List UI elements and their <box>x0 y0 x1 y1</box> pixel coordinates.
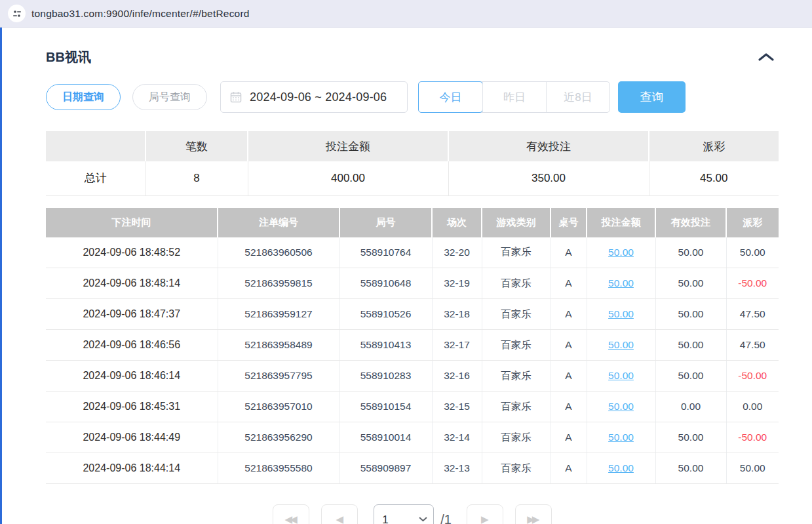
cell-table-no: A <box>551 453 587 484</box>
cell-round-id: 558910413 <box>339 330 432 361</box>
double-right-arrow-icon: ▶▶ <box>527 514 537 524</box>
tab-round-query[interactable]: 局号查询 <box>132 84 207 110</box>
cell-bet-id: 521863956290 <box>218 422 339 453</box>
page-title: BB视讯 <box>46 49 91 66</box>
cell-session: 32-16 <box>432 361 482 392</box>
bet-amount-link[interactable]: 50.00 <box>608 247 634 258</box>
cell-bet-amount: 50.00 <box>587 422 655 453</box>
col-header-round-id: 局号 <box>339 208 432 237</box>
cell-game-type: 百家乐 <box>482 299 551 330</box>
summary-header-count: 笔数 <box>145 131 248 161</box>
cell-bet-time: 2024-09-06 18:48:14 <box>46 268 218 299</box>
cell-bet-id: 521863957010 <box>218 392 339 422</box>
cell-table-no: A <box>551 299 587 330</box>
cell-round-id: 558910764 <box>339 237 432 268</box>
double-left-arrow-icon: ◀◀ <box>285 514 295 524</box>
summary-header-payout: 派彩 <box>649 131 779 161</box>
table-row: 2024-09-06 18:46:56 521863958489 5589104… <box>46 330 779 361</box>
bet-amount-link[interactable]: 50.00 <box>608 339 634 350</box>
bet-amount-link[interactable]: 50.00 <box>608 277 634 289</box>
cell-bet-time: 2024-09-06 18:47:37 <box>46 299 218 330</box>
browser-url-bar: tongbao31.com:9900/infe/mcenter/#/betRec… <box>0 0 812 28</box>
pagination: ◀◀ ◀ 1 /1 ▶ ▶▶ <box>46 504 779 524</box>
summary-header-empty <box>46 131 145 161</box>
quick-range-group: 今日 昨日 近8日 <box>418 81 610 113</box>
cell-valid-bet: 50.00 <box>655 422 726 453</box>
tab-date-query[interactable]: 日期查询 <box>46 84 121 110</box>
table-row: 2024-09-06 18:45:31 521863957010 5589101… <box>46 392 779 422</box>
col-header-payout: 派彩 <box>726 208 779 237</box>
bet-amount-link[interactable]: 50.00 <box>608 432 634 443</box>
summary-total-payout: 45.00 <box>649 161 779 195</box>
bet-amount-link[interactable]: 50.00 <box>608 308 634 319</box>
cell-session: 32-15 <box>432 392 482 422</box>
cell-round-id: 558910014 <box>339 422 432 453</box>
summary-total-row: 总计 8 400.00 350.00 45.00 <box>46 161 779 195</box>
cell-bet-time: 2024-09-06 18:46:14 <box>46 361 218 392</box>
cell-bet-time: 2024-09-06 18:45:31 <box>46 392 218 422</box>
bet-amount-link[interactable]: 50.00 <box>608 370 634 381</box>
cell-table-no: A <box>551 268 587 299</box>
url-text[interactable]: tongbao31.com:9900/infe/mcenter/#/betRec… <box>31 8 250 20</box>
search-button[interactable]: 查询 <box>618 81 686 113</box>
col-header-bet-time: 下注时间 <box>46 208 218 237</box>
first-page-button[interactable]: ◀◀ <box>273 504 309 524</box>
site-settings-icon <box>12 9 22 19</box>
table-row: 2024-09-06 18:44:49 521863956290 5589100… <box>46 422 779 453</box>
cell-bet-id: 521863957795 <box>218 361 339 392</box>
last-page-button[interactable]: ▶▶ <box>515 504 552 524</box>
cell-bet-id: 521863960506 <box>218 237 339 268</box>
cell-payout: -50.00 <box>726 422 779 453</box>
cell-bet-time: 2024-09-06 18:44:49 <box>46 422 218 453</box>
cell-session: 32-18 <box>432 299 482 330</box>
right-arrow-icon: ▶ <box>481 514 489 524</box>
chevron-up-icon <box>758 52 775 62</box>
cell-payout: 47.50 <box>726 299 779 330</box>
date-range-input[interactable]: 2024-09-06 ~ 2024-09-06 <box>220 81 408 113</box>
prev-page-button[interactable]: ◀ <box>321 504 358 524</box>
range-yesterday-button[interactable]: 昨日 <box>482 82 546 112</box>
bet-amount-link[interactable]: 50.00 <box>608 401 634 412</box>
left-arrow-icon: ◀ <box>336 514 343 524</box>
cell-valid-bet: 50.00 <box>655 453 726 484</box>
cell-bet-amount: 50.00 <box>587 237 655 268</box>
next-page-button[interactable]: ▶ <box>467 504 503 524</box>
table-row: 2024-09-06 18:46:14 521863957795 5589102… <box>46 361 779 392</box>
cell-valid-bet: 50.00 <box>655 299 726 330</box>
summary-total-valid-bet: 350.00 <box>448 161 649 195</box>
col-header-bet-id: 注单编号 <box>218 208 339 237</box>
bet-records-table: 下注时间 注单编号 局号 场次 游戏类别 桌号 投注金额 有效投注 派彩 202… <box>46 208 779 485</box>
collapse-panel-button[interactable] <box>754 49 779 65</box>
table-row: 2024-09-06 18:44:14 521863955580 5589098… <box>46 453 779 484</box>
summary-total-count: 8 <box>145 161 248 195</box>
cell-game-type: 百家乐 <box>482 422 551 453</box>
cell-bet-id: 521863959127 <box>218 299 339 330</box>
cell-valid-bet: 0.00 <box>655 392 726 422</box>
cell-bet-id: 521863955580 <box>218 453 339 484</box>
cell-round-id: 558910154 <box>339 392 432 422</box>
cell-payout: 47.50 <box>726 330 779 361</box>
summary-header-valid-bet: 有效投注 <box>448 131 649 161</box>
range-today-button[interactable]: 今日 <box>418 81 483 113</box>
cell-game-type: 百家乐 <box>482 237 551 268</box>
cell-session: 32-13 <box>432 453 482 484</box>
summary-header-bet-amount: 投注金额 <box>248 131 448 161</box>
range-last8days-button[interactable]: 近8日 <box>546 82 609 112</box>
page-select[interactable]: 1 <box>374 504 434 524</box>
cell-game-type: 百家乐 <box>482 330 551 361</box>
cell-payout: 50.00 <box>726 237 779 268</box>
cell-game-type: 百家乐 <box>482 453 551 484</box>
cell-valid-bet: 50.00 <box>655 268 726 299</box>
window-left-edge <box>0 28 2 524</box>
summary-table: 笔数 投注金额 有效投注 派彩 总计 8 400.00 350.00 45.00 <box>46 131 779 196</box>
cell-bet-time: 2024-09-06 18:44:14 <box>46 453 218 484</box>
cell-table-no: A <box>551 330 587 361</box>
col-header-session: 场次 <box>432 208 482 237</box>
cell-valid-bet: 50.00 <box>655 361 726 392</box>
cell-bet-amount: 50.00 <box>587 299 655 330</box>
bet-amount-link[interactable]: 50.00 <box>608 462 634 474</box>
col-header-bet-amount: 投注金额 <box>587 208 655 237</box>
cell-round-id: 558910648 <box>339 268 432 299</box>
site-settings-button[interactable] <box>8 5 26 22</box>
cell-payout: -50.00 <box>726 268 779 299</box>
